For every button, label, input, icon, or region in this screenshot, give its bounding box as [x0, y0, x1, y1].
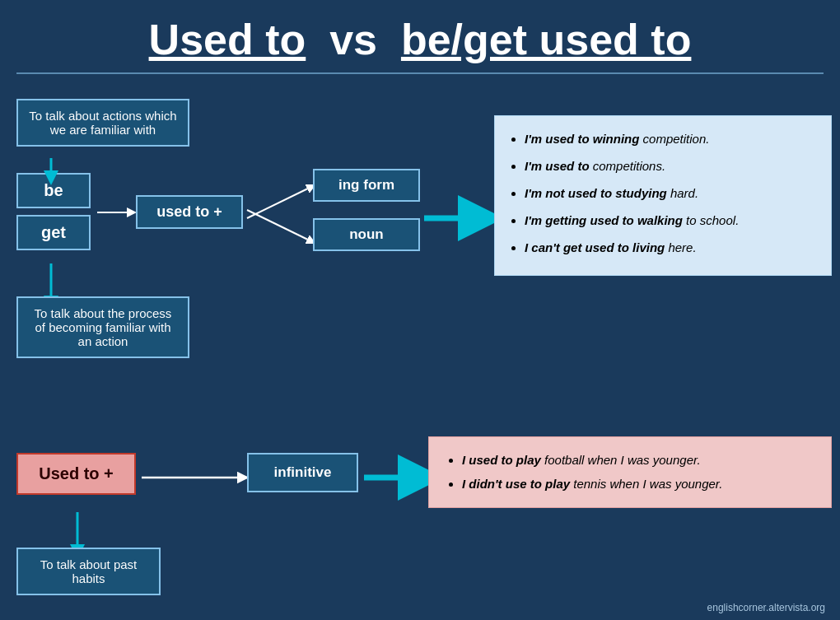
- example-item: I'm used to winning competition.: [525, 128, 818, 150]
- title-used-to: Used to: [149, 16, 306, 63]
- content-area: To talk about actions which we are famil…: [0, 91, 840, 620]
- example-item: I didn't use to play tennis when I was y…: [462, 473, 814, 496]
- example-item: I'm getting used to walking to school.: [525, 209, 818, 231]
- top-section: To talk about actions which we are famil…: [8, 99, 832, 403]
- bottom-section: Used to + infinitive: [8, 412, 832, 620]
- title-vs: vs: [329, 16, 377, 63]
- example-item: I used to play football when I was young…: [462, 449, 814, 473]
- desc-box-familiar: To talk about actions which we are famil…: [16, 99, 189, 147]
- examples-list-bottom: I used to play football when I was young…: [446, 449, 814, 496]
- examples-box-top: I'm used to winning competition. I'm use…: [494, 115, 832, 276]
- desc-box-process: To talk about the process of becoming fa…: [16, 296, 189, 358]
- examples-list-top: I'm used to winning competition. I'm use…: [508, 128, 818, 259]
- arrow-to-noun: [247, 206, 321, 247]
- examples-box-bottom: I used to play football when I was young…: [428, 436, 832, 508]
- desc-box-habit: To talk about past habits: [16, 548, 161, 595]
- infinitive-box: infinitive: [247, 453, 358, 492]
- arrow-down-from-desc-top: [43, 158, 59, 183]
- example-item: I'm used to competitions.: [525, 155, 818, 177]
- footer-credit: englishcorner.altervista.org: [707, 602, 825, 613]
- example-item: I can't get used to living here.: [525, 236, 818, 259]
- noun-box: noun: [313, 218, 420, 251]
- get-box: get: [16, 215, 91, 250]
- title-be-get-used-to: be/get used to: [401, 16, 691, 63]
- title-divider: [16, 72, 824, 74]
- form-group: ing form noun: [313, 169, 420, 251]
- used-to-box: used to +: [136, 195, 243, 229]
- arrow-right-to-used-to: [97, 204, 140, 221]
- ing-form-box: ing form: [313, 169, 420, 202]
- svg-line-9: [247, 210, 315, 243]
- page-title: Used to vs be/get used to: [0, 0, 840, 72]
- be-get-group: be get: [16, 173, 91, 250]
- arrow-right-to-infinitive: [142, 468, 253, 487]
- example-item: I'm not used to studying hard.: [525, 182, 818, 204]
- used-to-pink-box: Used to +: [16, 453, 136, 495]
